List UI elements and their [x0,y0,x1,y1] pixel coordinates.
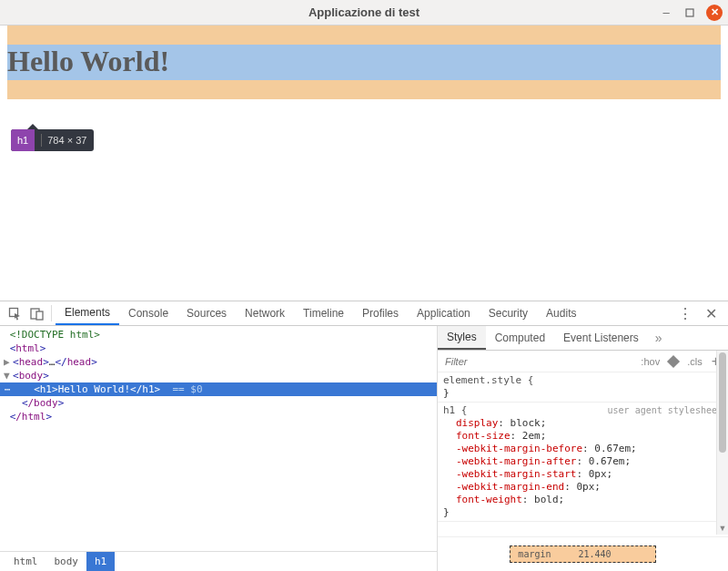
dom-tree[interactable]: <!DOCTYPE html> <html> ▶<head>…</head> ▼… [0,326,437,551]
tab-timeline[interactable]: Timeline [294,301,353,325]
close-button[interactable]: ✕ [706,5,723,21]
style-rules[interactable]: element.style { } user agent stylesheet … [438,372,728,536]
hov-toggle[interactable]: :hov [636,356,664,367]
window-title: Applicazione di test [0,5,728,19]
devtools-more-icon[interactable]: ⋮ [672,305,698,322]
styles-tab-styles[interactable]: Styles [438,326,486,350]
tab-security[interactable]: Security [480,301,537,325]
tab-audits[interactable]: Audits [537,301,585,325]
boxmodel-margin-label: margin [518,549,551,559]
styles-tabbar: Styles Computed Event Listeners » [438,326,728,351]
device-toolbar-icon[interactable] [25,302,47,324]
h1-rule-block[interactable]: user agent stylesheet h1 { display: bloc… [438,403,728,522]
styles-tab-eventlisteners[interactable]: Event Listeners [554,326,648,350]
tab-network[interactable]: Network [236,301,294,325]
inspect-icon[interactable] [4,302,25,324]
breadcrumb: html body h1 [0,551,437,571]
styles-panel: Styles Computed Event Listeners » :hov .… [437,326,728,571]
diamond-icon[interactable] [667,354,680,367]
tab-profiles[interactable]: Profiles [353,301,408,325]
boxmodel-margin-value: 21.440 [579,549,612,559]
svg-rect-0 [686,9,693,16]
styles-scrollbar[interactable]: ▼ [716,351,728,535]
crumb-h1[interactable]: h1 [86,552,115,572]
dom-selected-row[interactable]: ⋯ <h1>Hello World!</h1> == $0 [0,382,437,396]
crumb-body[interactable]: body [46,552,87,572]
element-tooltip: h1 784 × 37 [11,129,94,151]
devtools-tabbar: Elements Console Sources Network Timelin… [0,301,728,326]
h1-margin-highlight: Hello World! [7,25,721,99]
styles-tabs-overflow-icon[interactable]: » [648,331,670,345]
minimize-button[interactable]: – [659,5,673,20]
page-viewport: Hello World! h1 784 × 37 [0,25,728,301]
tab-sources[interactable]: Sources [177,301,236,325]
styles-filter-row: :hov .cls + [438,351,728,372]
tooltip-tag: h1 [11,129,35,151]
devtools-panel: Elements Console Sources Network Timelin… [0,301,728,571]
element-style-block[interactable]: element.style { } [438,372,728,403]
tab-application[interactable]: Application [408,301,480,325]
tooltip-dimensions: 784 × 37 [47,135,94,146]
dom-tree-panel: <!DOCTYPE html> <html> ▶<head>…</head> ▼… [0,326,437,571]
page-heading: Hello World! [7,45,721,80]
styles-tab-computed[interactable]: Computed [486,326,554,350]
window-controls: – ✕ [659,5,723,21]
styles-filter-input[interactable] [441,356,636,367]
scrollbar-down-icon[interactable]: ▼ [717,524,728,533]
tab-elements[interactable]: Elements [56,301,119,325]
crumb-html[interactable]: html [5,552,46,572]
svg-rect-3 [36,311,43,320]
tab-console[interactable]: Console [119,301,177,325]
scrollbar-thumb[interactable] [719,352,726,453]
devtools-close-icon[interactable]: ✕ [698,305,724,322]
cls-toggle[interactable]: .cls [682,356,707,367]
maximize-button[interactable] [682,5,697,20]
window-titlebar: Applicazione di test – ✕ [0,0,728,25]
box-model[interactable]: margin 21.440 [438,536,728,571]
